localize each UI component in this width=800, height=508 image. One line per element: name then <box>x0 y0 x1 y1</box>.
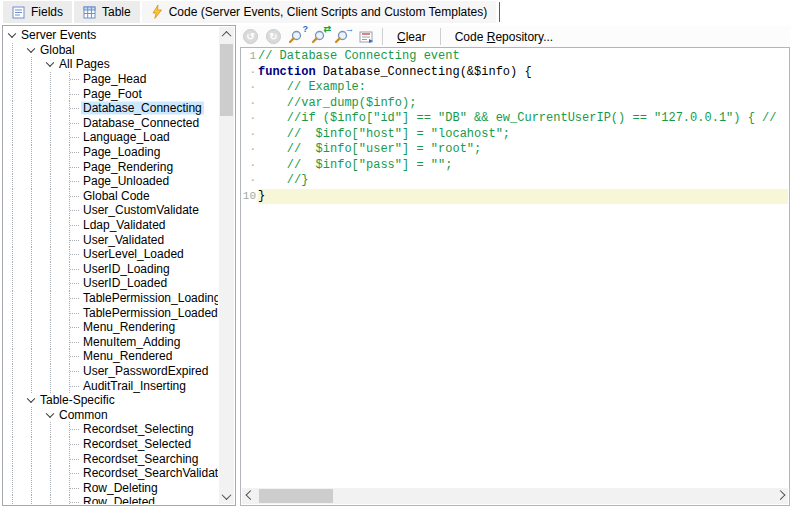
tree-item-row-deleted[interactable]: Row_Deleted <box>5 495 218 504</box>
tree-guide-line <box>31 174 32 189</box>
tree-item-menuitem-adding[interactable]: MenuItem_Adding <box>5 334 218 349</box>
tree-guide-line <box>31 247 32 262</box>
find-icon[interactable]: ? <box>286 27 307 46</box>
scroll-right-button[interactable] <box>772 488 788 504</box>
tree-item-database-connected[interactable]: Database_Connected <box>5 116 218 131</box>
tree-item-user-customvalidate[interactable]: User_CustomValidate <box>5 203 218 218</box>
code-text: // Example: <box>258 80 788 96</box>
tree-item-database-connecting[interactable]: Database_Connecting <box>5 101 218 116</box>
tree-item-menu-rendered[interactable]: Menu_Rendered <box>5 349 218 364</box>
find-next-icon[interactable]: → <box>332 27 353 46</box>
tree-item-label: Language_Load <box>81 131 172 144</box>
tree-item-tablepermission-loading[interactable]: TablePermission_Loading <box>5 291 218 306</box>
tree-item-userlevel-loaded[interactable]: UserLevel_Loaded <box>5 247 218 262</box>
replace-icon[interactable]: ⇄ <box>309 27 330 46</box>
event-tree: Server EventsGlobalAll PagesPage_HeadPag… <box>5 28 218 504</box>
goto-template-icon[interactable] <box>355 27 376 46</box>
tree-guide-line <box>31 218 32 233</box>
tree-item-all-pages[interactable]: All Pages <box>5 57 218 72</box>
tree-guide-line <box>12 247 13 262</box>
tree-item-userid-loading[interactable]: UserID_Loading <box>5 262 218 277</box>
chevron-down-icon[interactable] <box>46 59 54 67</box>
tree-guide-line <box>50 480 51 495</box>
line-number: 1 <box>242 49 258 65</box>
tab-code[interactable]: Code (Server Events, Client Scripts and … <box>142 1 497 23</box>
tab-table[interactable]: Table <box>74 1 140 23</box>
tab-fields[interactable]: Fields <box>3 1 72 23</box>
tree-item-label: Page_Rendering <box>81 160 175 173</box>
tree-item-menu-rendering[interactable]: Menu_Rendering <box>5 320 218 335</box>
tree-item-page-loading[interactable]: Page_Loading <box>5 145 218 160</box>
chevron-down-icon[interactable] <box>8 30 16 38</box>
tree-guide-line <box>31 466 32 481</box>
tree-guide-line <box>31 422 32 437</box>
tree-item-recordset-searching[interactable]: Recordset_Searching <box>5 451 218 466</box>
tree-item-row-deleting[interactable]: Row_Deleting <box>5 480 218 495</box>
tree-item-tablepermission-loaded[interactable]: TablePermission_Loaded <box>5 305 218 320</box>
tree-item-page-foot[interactable]: Page_Foot <box>5 86 218 101</box>
tree-item-userid-loaded[interactable]: UserID_Loaded <box>5 276 218 291</box>
tree-guide-line <box>31 130 32 145</box>
line-number: · <box>242 111 258 127</box>
scrollbar-thumb[interactable] <box>259 489 333 503</box>
code-line: ·function Database_Connecting(&$info) { <box>242 65 788 81</box>
tree-guide-line <box>12 305 13 320</box>
code-editor[interactable]: 1// Database Connecting event·function D… <box>240 47 790 506</box>
tree-item-label: Row_Deleting <box>81 481 160 494</box>
tree-item-label: Recordset_SearchValidated <box>81 467 218 480</box>
tree-item-global-code[interactable]: Global Code <box>5 189 218 204</box>
tree-item-label: Common <box>57 408 110 421</box>
tree-vertical-scrollbar[interactable] <box>219 27 234 504</box>
tree-connector-dash <box>70 137 79 138</box>
tree-item-recordset-selected[interactable]: Recordset_Selected <box>5 437 218 452</box>
tabs-bar: Fields Table Code (Server Events, Client… <box>0 0 800 24</box>
tree-guide-line <box>12 437 13 452</box>
line-number: · <box>242 158 258 174</box>
tree-item-audittrail-inserting[interactable]: AuditTrail_Inserting <box>5 378 218 393</box>
tree-guide-line <box>31 291 32 306</box>
code-line: · // $info["host"] = "locahost"; <box>242 127 788 143</box>
tree-connector-dash <box>70 225 79 226</box>
tree-item-server-events[interactable]: Server Events <box>5 28 218 43</box>
tree-guide-line <box>50 262 51 277</box>
tree-item-label: Menu_Rendering <box>81 321 177 334</box>
tree-guide-line <box>50 203 51 218</box>
tree-guide-line <box>50 291 51 306</box>
scroll-down-button[interactable] <box>219 489 234 504</box>
tree-guide-line <box>31 364 32 379</box>
scroll-up-button[interactable] <box>219 27 234 42</box>
tree-guide-line <box>12 276 13 291</box>
tree-guide-line <box>50 349 51 364</box>
chevron-down-icon[interactable] <box>27 44 35 52</box>
tree-item-user-validated[interactable]: User_Validated <box>5 232 218 247</box>
tree-guide-line <box>31 232 32 247</box>
code-line: · //} <box>242 173 788 189</box>
tree-item-label: Ldap_Validated <box>81 219 168 232</box>
tree-item-page-head[interactable]: Page_Head <box>5 72 218 87</box>
tree-item-recordset-selecting[interactable]: Recordset_Selecting <box>5 422 218 437</box>
tree-connector-dash <box>70 167 79 168</box>
tree-guide-line <box>50 495 51 504</box>
scroll-left-button[interactable] <box>242 488 258 504</box>
tree-guide-line <box>50 247 51 262</box>
code-area[interactable]: 1// Database Connecting event·function D… <box>242 49 788 487</box>
tree-item-user-passwordexpired[interactable]: User_PasswordExpired <box>5 364 218 379</box>
tree-item-table-specific[interactable]: Table-Specific <box>5 393 218 408</box>
tree-item-ldap-validated[interactable]: Ldap_Validated <box>5 218 218 233</box>
clear-button[interactable]: Clear <box>389 28 434 46</box>
code-repository-button[interactable]: Code Repository... <box>447 28 562 46</box>
tree-connector-dash <box>70 269 79 270</box>
tree-item-common[interactable]: Common <box>5 407 218 422</box>
tab-label: Table <box>102 5 131 19</box>
tree-item-global[interactable]: Global <box>5 43 218 58</box>
line-number: · <box>242 142 258 158</box>
editor-horizontal-scrollbar[interactable] <box>242 488 788 504</box>
chevron-down-icon[interactable] <box>27 395 35 403</box>
tree-item-recordset-searchvalidated[interactable]: Recordset_SearchValidated <box>5 466 218 481</box>
tree-item-page-rendering[interactable]: Page_Rendering <box>5 159 218 174</box>
chevron-down-icon[interactable] <box>46 409 54 417</box>
tree-connector-dash <box>70 196 79 197</box>
scrollbar-thumb[interactable] <box>220 44 233 116</box>
tree-item-language-load[interactable]: Language_Load <box>5 130 218 145</box>
tree-item-page-unloaded[interactable]: Page_Unloaded <box>5 174 218 189</box>
